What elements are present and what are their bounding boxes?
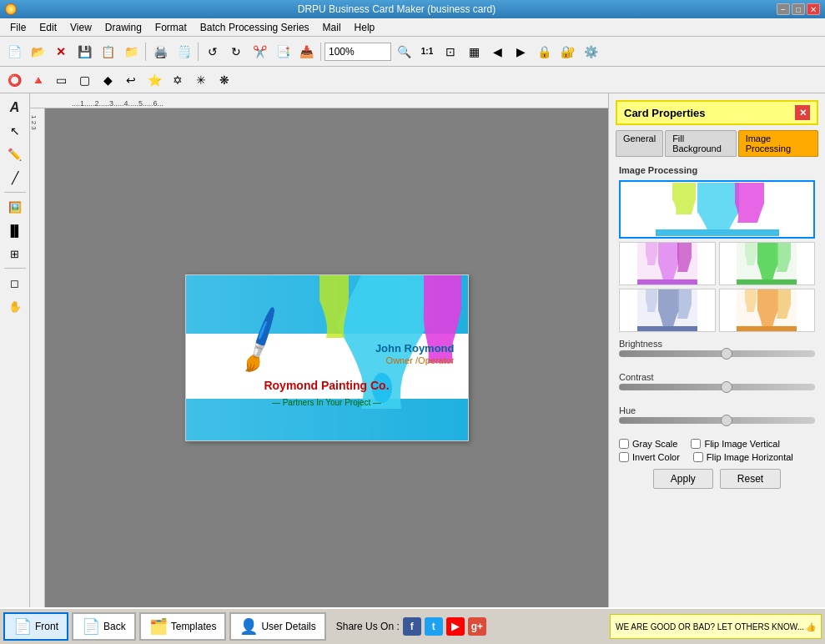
thumb-grid bbox=[619, 180, 815, 332]
star5-tool[interactable]: ⭐ bbox=[143, 69, 165, 91]
prev-button[interactable]: ◀ bbox=[486, 41, 508, 63]
minimize-button[interactable]: − bbox=[777, 3, 790, 15]
invert-color-checkbox[interactable] bbox=[619, 452, 629, 462]
hand-tool[interactable]: ✋ bbox=[4, 295, 26, 317]
rounded-rect-tool[interactable]: ▢ bbox=[73, 69, 95, 91]
business-card[interactable]: 🖌️ John Roymond Owner /Operator Roymond … bbox=[185, 274, 469, 441]
twitter-button[interactable]: t bbox=[425, 617, 443, 636]
thumb-small-2-svg bbox=[737, 243, 797, 284]
grayscale-checkbox[interactable] bbox=[619, 439, 629, 449]
thumb-small-1[interactable] bbox=[619, 242, 716, 285]
thumb-small-3[interactable] bbox=[619, 289, 716, 332]
fit-page-button[interactable]: ⊡ bbox=[440, 41, 461, 63]
menu-mail[interactable]: Mail bbox=[316, 20, 348, 35]
maximize-button[interactable]: □ bbox=[792, 3, 805, 15]
templates-button[interactable]: 🗂️ Templates bbox=[139, 612, 227, 641]
toolbar: 📄 📂 ✕ 💾 📋 📁 🖨️ 🗒️ ↺ ↻ ✂️ 📑 📥 🔍 1:1 ⊡ ▦ ◀… bbox=[0, 37, 825, 67]
menu-format[interactable]: Format bbox=[148, 20, 194, 35]
googleplus-button[interactable]: g+ bbox=[468, 617, 486, 636]
save-button[interactable]: 💾 bbox=[73, 41, 95, 63]
triangle-tool[interactable]: 🔺 bbox=[27, 69, 48, 91]
copy-button[interactable]: 📑 bbox=[272, 41, 294, 63]
undo-button[interactable]: ↺ bbox=[202, 41, 224, 63]
actual-size-button[interactable]: 1:1 bbox=[416, 41, 438, 63]
star6-tool[interactable]: ✡ bbox=[167, 69, 189, 91]
diamond-tool[interactable]: ◆ bbox=[97, 69, 118, 91]
close-doc-button[interactable]: ✕ bbox=[50, 41, 72, 63]
brightness-thumb[interactable] bbox=[721, 348, 732, 360]
title-bar: DRPU Business Card Maker (business card)… bbox=[0, 0, 825, 18]
facebook-button[interactable]: f bbox=[403, 617, 421, 636]
next-button[interactable]: ▶ bbox=[510, 41, 531, 63]
star10-tool[interactable]: ❋ bbox=[214, 69, 235, 91]
share-area: Share Us On : f t ▶ g+ bbox=[336, 617, 486, 636]
star8-tool[interactable]: ✳ bbox=[190, 69, 212, 91]
rect-tool[interactable]: ▭ bbox=[50, 69, 72, 91]
hue-slider-container[interactable] bbox=[619, 417, 815, 430]
lock-button[interactable]: 🔒 bbox=[533, 41, 555, 63]
panel-title-text: Card Properties bbox=[624, 107, 706, 119]
open-button[interactable]: 📂 bbox=[27, 41, 48, 63]
print-preview-button[interactable]: 🗒️ bbox=[173, 41, 194, 63]
thumb-main[interactable] bbox=[619, 180, 815, 239]
circle-tool[interactable]: ⭕ bbox=[3, 69, 25, 91]
save-as-button[interactable]: 📋 bbox=[97, 41, 118, 63]
contrast-slider-container[interactable] bbox=[619, 384, 815, 397]
zoom-input[interactable] bbox=[324, 43, 391, 61]
lock2-button[interactable]: 🔐 bbox=[556, 41, 578, 63]
more-button[interactable]: ⚙️ bbox=[580, 41, 601, 63]
menu-help[interactable]: Help bbox=[348, 20, 382, 35]
apply-button[interactable]: Apply bbox=[653, 469, 713, 489]
thumb-small-2[interactable] bbox=[719, 242, 816, 285]
thumb-small-4[interactable] bbox=[719, 289, 816, 332]
paste-button[interactable]: 📥 bbox=[295, 41, 317, 63]
menu-edit[interactable]: Edit bbox=[33, 20, 63, 35]
zoom-in-button[interactable]: 🔍 bbox=[393, 41, 415, 63]
text-tool[interactable]: A bbox=[4, 97, 26, 118]
templates-label: Templates bbox=[171, 621, 217, 632]
undo-shape-tool[interactable]: ↩ bbox=[120, 69, 142, 91]
select-tool[interactable]: ↖ bbox=[4, 120, 26, 142]
qr-tool[interactable]: ⊞ bbox=[4, 243, 26, 264]
feedback-icon: 👍 bbox=[806, 622, 816, 631]
draw-tool[interactable]: ✏️ bbox=[4, 143, 26, 165]
user-details-button[interactable]: 👤 User Details bbox=[229, 612, 325, 641]
menu-drawing[interactable]: Drawing bbox=[98, 20, 148, 35]
youtube-button[interactable]: ▶ bbox=[446, 617, 465, 636]
hue-thumb[interactable] bbox=[721, 415, 732, 426]
hue-track[interactable] bbox=[619, 417, 815, 424]
open-folder-button[interactable]: 📁 bbox=[120, 41, 142, 63]
panel-close-button[interactable]: ✕ bbox=[795, 105, 810, 120]
image-tool[interactable]: 🖼️ bbox=[4, 196, 26, 218]
flip-vertical-checkbox[interactable] bbox=[691, 439, 701, 449]
tab-fill-background[interactable]: Fill Background bbox=[665, 130, 736, 157]
line-tool[interactable]: ╱ bbox=[4, 167, 26, 189]
ip-content: Image Processing bbox=[616, 162, 818, 601]
back-button[interactable]: 📄 Back bbox=[72, 612, 136, 641]
flip-vertical-label: Flip Image Vertical bbox=[704, 439, 779, 449]
toolbar-sep-1 bbox=[145, 43, 146, 61]
reset-button[interactable]: Reset bbox=[720, 469, 781, 489]
print-button[interactable]: 🖨️ bbox=[149, 41, 171, 63]
grid-button[interactable]: ▦ bbox=[463, 41, 485, 63]
menu-batch[interactable]: Batch Processing Series bbox=[194, 20, 316, 35]
app-title: DRPU Business Card Maker (business card) bbox=[17, 3, 777, 15]
flip-horizontal-item: Flip Image Horizontal bbox=[693, 452, 793, 462]
tab-general[interactable]: General bbox=[616, 130, 663, 157]
menu-file[interactable]: File bbox=[3, 20, 33, 35]
feedback-button[interactable]: WE ARE GOOD OR BAD? LET OTHERS KNOW... 👍 bbox=[610, 614, 822, 639]
menu-view[interactable]: View bbox=[63, 20, 98, 35]
contrast-track[interactable] bbox=[619, 384, 815, 390]
tab-image-processing[interactable]: Image Processing bbox=[738, 130, 818, 157]
shape-tool2[interactable]: ◻ bbox=[4, 272, 26, 294]
close-button[interactable]: ✕ bbox=[807, 3, 820, 15]
flip-horizontal-checkbox[interactable] bbox=[693, 452, 703, 462]
front-button[interactable]: 📄 Front bbox=[3, 612, 68, 641]
new-button[interactable]: 📄 bbox=[3, 41, 25, 63]
cut-button[interactable]: ✂️ bbox=[249, 41, 270, 63]
redo-button[interactable]: ↻ bbox=[225, 41, 247, 63]
barcode-tool[interactable]: ▐▌ bbox=[4, 219, 26, 241]
brightness-slider-container[interactable] bbox=[619, 350, 815, 364]
brightness-track[interactable] bbox=[619, 350, 815, 357]
contrast-thumb[interactable] bbox=[721, 381, 732, 393]
